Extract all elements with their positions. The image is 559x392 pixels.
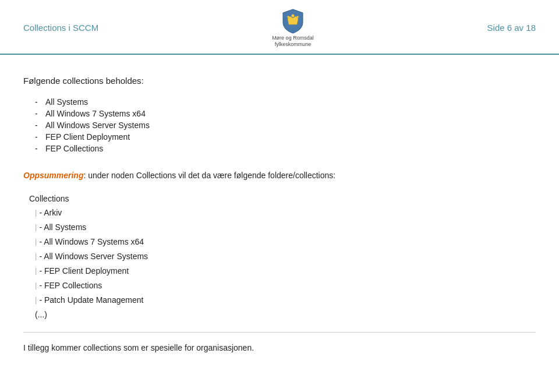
collections-root-label: Collections <box>29 194 536 203</box>
oppsummering-body: : under noden Collections vil det da vær… <box>83 171 335 180</box>
tree-item-winserver: | - All Windows Server Systems <box>35 250 536 263</box>
tree-item-fep-deploy: | - FEP Client Deployment <box>35 265 536 277</box>
document-title: Collections i SCCM <box>23 23 98 33</box>
tree-item-text: - Patch Update Management <box>39 294 143 306</box>
tree-branch-icon: | <box>35 236 37 248</box>
svg-point-1 <box>287 16 289 18</box>
tree-item-win7: | - All Windows 7 Systems x64 <box>35 236 536 248</box>
tree-item-all-systems: | - All Systems <box>35 221 536 234</box>
intro-heading: Følgende collections beholdes: <box>23 76 536 86</box>
tree-item-text: - All Windows Server Systems <box>39 250 148 263</box>
tree-item-text: - FEP Client Deployment <box>39 265 129 277</box>
tree-branch-icon: | <box>35 265 37 277</box>
svg-point-2 <box>296 16 299 18</box>
main-content: Følgende collections beholdes: All Syste… <box>0 55 559 370</box>
ellipsis-line: (...) <box>35 310 536 319</box>
logo-text: Møre og Romsdal fylkeskommune <box>272 35 314 48</box>
tree-item-text: - All Windows 7 Systems x64 <box>39 236 144 248</box>
bullet-list: All Systems All Windows 7 Systems x64 Al… <box>35 97 536 153</box>
tree-branch-icon: | <box>35 294 37 306</box>
footer-note: I tillegg kommer collections som er spes… <box>23 332 536 352</box>
oppsummering-text: Oppsummering: under noden Collections vi… <box>23 171 335 180</box>
page-number: Side 6 av 18 <box>487 23 536 33</box>
logo-icon <box>282 8 304 34</box>
tree-branch-icon: | <box>35 207 37 218</box>
page-header: Collections i SCCM Møre og Romsdal fylke… <box>0 0 559 55</box>
tree-item-arkiv: | - Arkiv <box>35 207 536 219</box>
tree-item-patch: | - Patch Update Management <box>35 294 536 306</box>
tree-branch-icon: | <box>35 280 37 291</box>
tree-item-fep-collections: | - FEP Collections <box>35 280 536 292</box>
logo: Møre og Romsdal fylkeskommune <box>272 8 314 48</box>
tree-branch-icon: | <box>35 221 37 233</box>
tree-branch-icon: | <box>35 250 37 262</box>
list-item: FEP Collections <box>35 144 536 153</box>
tree-item-text: - Arkiv <box>39 207 62 219</box>
oppsummering-label: Oppsummering <box>23 171 83 180</box>
list-item: All Windows Server Systems <box>35 121 536 130</box>
tree-item-text: - FEP Collections <box>39 280 102 292</box>
collections-tree: Collections | - Arkiv | - All Systems | … <box>29 194 536 319</box>
oppsummering-section: Oppsummering: under noden Collections vi… <box>23 171 536 180</box>
svg-point-0 <box>291 15 294 17</box>
list-item: FEP Client Deployment <box>35 132 536 142</box>
list-item: All Systems <box>35 97 536 107</box>
tree-item-text: - All Systems <box>39 221 86 234</box>
list-item: All Windows 7 Systems x64 <box>35 109 536 118</box>
